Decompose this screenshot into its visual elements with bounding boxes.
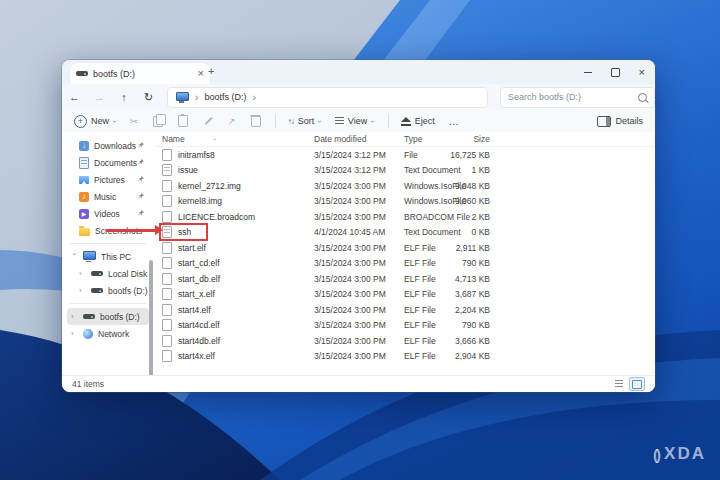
breadcrumb-drive[interactable]: bootfs (D:) [204, 92, 246, 102]
file-row[interactable]: LICENCE.broadcom 3/15/2024 3:00 PM BROAD… [154, 209, 655, 225]
file-date: 3/15/2024 3:00 PM [314, 320, 404, 330]
file-icon [162, 257, 172, 269]
file-row[interactable]: start_db.elf 3/15/2024 3:00 PM ELF File … [154, 271, 655, 287]
file-row[interactable]: start_cd.elf 3/15/2024 3:00 PM ELF File … [154, 256, 655, 272]
breadcrumb[interactable]: › bootfs (D:) › [167, 87, 488, 108]
file-row[interactable]: issue 3/15/2024 3:12 PM Text Document 1 … [154, 163, 655, 179]
new-tab-button[interactable]: + [208, 66, 214, 77]
list-view-toggle[interactable] [612, 377, 626, 389]
sidebar-item-music[interactable]: ♪ Music [67, 188, 149, 205]
column-headers: Name› Date modified Type Size [154, 132, 655, 147]
chevron-collapsed-icon[interactable]: › [79, 286, 86, 295]
more-options-icon[interactable]: … [449, 116, 460, 127]
sort-caret-icon: › [210, 138, 217, 140]
status-bar: 41 items [62, 375, 655, 392]
chevron-down-icon: › [110, 120, 119, 123]
sidebar-item-local-disk-c[interactable]: › Local Disk (C:) [67, 265, 149, 282]
sidebar-item-bootfs-d[interactable]: › bootfs (D:) [67, 282, 149, 299]
file-row[interactable]: kernel_2712.img 3/15/2024 3:00 PM Window… [154, 178, 655, 194]
close-button[interactable]: × [639, 67, 645, 78]
file-row[interactable]: start4cd.elf 3/15/2024 3:00 PM ELF File … [154, 318, 655, 334]
file-size: 2,911 KB [456, 243, 490, 253]
cut-icon[interactable]: ✂ [130, 116, 138, 127]
sort-button[interactable]: ↑↓ Sort › [288, 116, 321, 126]
file-icon [162, 335, 172, 347]
maximize-button[interactable] [611, 68, 620, 77]
tab-close-icon[interactable]: × [198, 68, 204, 79]
copy-icon[interactable] [153, 116, 163, 127]
downloads-icon: ↓ [79, 141, 89, 151]
column-header-date[interactable]: Date modified [314, 134, 404, 144]
file-row[interactable]: start4db.elf 3/15/2024 3:00 PM ELF File … [154, 333, 655, 349]
file-row[interactable]: start4.elf 3/15/2024 3:00 PM ELF File 2,… [154, 302, 655, 318]
tab-bar: bootfs (D:) × + × [62, 60, 655, 84]
file-icon [162, 242, 172, 254]
share-icon[interactable]: ↗ [228, 116, 236, 126]
sidebar-scrollbar[interactable] [149, 260, 153, 392]
file-size: 0 KB [472, 227, 490, 237]
rename-icon[interactable] [203, 116, 213, 126]
view-toggles [612, 377, 645, 391]
xda-logo-text: XDA [664, 444, 706, 464]
file-name: kernel_2712.img [178, 181, 241, 191]
file-row[interactable]: initramfs8 3/15/2024 3:12 PM File 16,725… [154, 147, 655, 163]
file-icon [162, 288, 172, 300]
music-icon: ♪ [79, 192, 89, 202]
file-row[interactable]: start_x.elf 3/15/2024 3:00 PM ELF File 3… [154, 287, 655, 303]
file-row[interactable]: start.elf 3/15/2024 3:00 PM ELF File 2,9… [154, 240, 655, 256]
file-name: start_x.elf [178, 289, 215, 299]
window-controls: × [584, 60, 645, 84]
up-button[interactable]: ↑ [112, 91, 137, 103]
file-date: 3/15/2024 3:12 PM [314, 150, 404, 160]
details-button[interactable]: Details [597, 116, 643, 127]
file-row[interactable]: start4x.elf 3/15/2024 3:00 PM ELF File 2… [154, 349, 655, 365]
file-name: initramfs8 [178, 150, 215, 160]
column-header-size[interactable]: Size [473, 134, 490, 144]
file-size: 3,687 KB [455, 289, 490, 299]
sidebar-item-downloads[interactable]: ↓ Downloads [67, 137, 149, 154]
large-icons-view-toggle[interactable] [629, 377, 645, 391]
file-row[interactable]: kernel8.img 3/15/2024 3:00 PM Windows.Is… [154, 194, 655, 210]
refresh-button[interactable]: ↻ [136, 91, 161, 104]
usb-drive-icon [83, 314, 95, 319]
address-bar: ← → ↑ ↻ › bootfs (D:) › Search bootfs (D… [62, 84, 655, 110]
sidebar-item-this-pc[interactable]: › This PC [67, 248, 149, 265]
pin-icon [138, 210, 144, 216]
back-button[interactable]: ← [62, 91, 87, 103]
file-icon [162, 319, 172, 331]
sidebar-item-bootfs-d-selected[interactable]: › bootfs (D:) [67, 308, 149, 325]
details-pane-icon [597, 116, 611, 127]
sidebar-item-documents[interactable]: Documents [67, 154, 149, 171]
chevron-expanded-icon[interactable]: › [70, 253, 79, 260]
sidebar-item-network[interactable]: › Network [67, 325, 149, 342]
pin-icon [138, 193, 144, 199]
folder-icon [79, 228, 90, 236]
file-size: 16,725 KB [450, 150, 490, 160]
search-input[interactable]: Search bootfs (D:) [500, 87, 655, 108]
chevron-collapsed-icon[interactable]: › [71, 312, 78, 321]
file-explorer-window: bootfs (D:) × + × ← → ↑ ↻ › bootfs (D:) … [62, 60, 655, 392]
this-pc-icon [176, 92, 189, 101]
large-icons-view-icon [632, 380, 642, 389]
toolbar-divider [275, 114, 276, 128]
column-header-name[interactable]: Name› [154, 134, 314, 144]
sidebar-label: Network [98, 329, 149, 339]
minimize-button[interactable] [584, 72, 592, 73]
file-name: start4.elf [178, 305, 211, 315]
file-icon [162, 273, 172, 285]
forward-button[interactable]: → [87, 91, 112, 103]
delete-icon[interactable] [251, 116, 261, 127]
eject-button[interactable]: Eject [401, 116, 435, 126]
file-row-ssh-highlighted[interactable]: ssh 4/1/2024 10:45 AM Text Document 0 KB [154, 225, 655, 241]
plus-icon: + [74, 115, 87, 128]
view-button[interactable]: View › [335, 116, 374, 126]
tab-bootfs[interactable]: bootfs (D:) × [70, 63, 210, 84]
paste-icon[interactable] [178, 115, 188, 127]
drive-icon [91, 271, 103, 276]
chevron-collapsed-icon[interactable]: › [79, 269, 86, 278]
new-button[interactable]: + New › [74, 115, 116, 128]
network-icon [83, 329, 93, 339]
sidebar-item-videos[interactable]: ▶ Videos [67, 205, 149, 222]
chevron-collapsed-icon[interactable]: › [71, 329, 78, 338]
sidebar-item-pictures[interactable]: Pictures [67, 171, 149, 188]
